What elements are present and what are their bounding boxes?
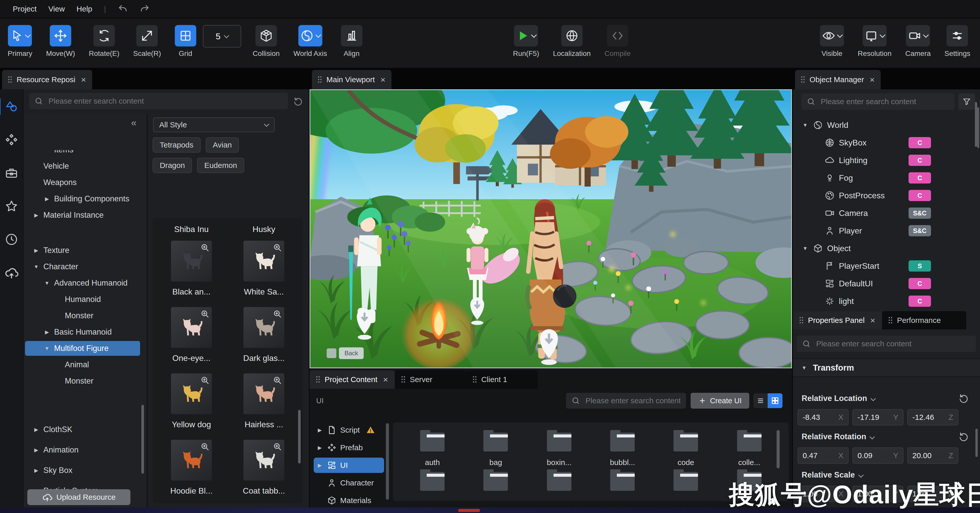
relative-rotation-label[interactable]: Relative Rotation — [802, 432, 874, 441]
expand-arrow-icon[interactable] — [800, 365, 808, 371]
folder-item[interactable]: boxin... — [528, 433, 591, 467]
object-manager-outer-scrollbar[interactable] — [977, 107, 979, 148]
zoom-icon[interactable] — [200, 442, 210, 451]
drag-grip-icon[interactable] — [318, 76, 322, 83]
tree-item[interactable]: Monster — [25, 374, 140, 389]
zoom-icon[interactable] — [200, 309, 210, 319]
properties-search-input[interactable] — [816, 339, 971, 348]
folder-item[interactable] — [528, 472, 591, 491]
cards-scrollbar[interactable] — [298, 410, 301, 464]
tree-item[interactable]: UI — [313, 457, 384, 473]
asset-thumbnail[interactable] — [243, 241, 284, 282]
properties-scrollbar[interactable] — [975, 429, 978, 457]
reset-icon[interactable] — [958, 393, 969, 403]
tree-item[interactable]: Script — [313, 422, 384, 438]
main-viewport[interactable]: Back — [310, 89, 792, 368]
toolbar-button[interactable]: Align — [341, 25, 363, 58]
toolbar-button[interactable]: Rotate(E) — [89, 25, 119, 58]
undo-icon[interactable] — [118, 4, 128, 14]
zoom-icon[interactable] — [200, 376, 210, 385]
folder-item[interactable]: code — [654, 433, 718, 467]
viewport-scene[interactable] — [310, 90, 791, 368]
asset-thumbnail[interactable] — [243, 373, 284, 414]
drag-grip-icon[interactable] — [401, 376, 405, 383]
style-chip[interactable]: Eudemon — [197, 158, 244, 173]
relative-location-label[interactable]: Relative Location — [802, 394, 875, 403]
toolbar-button[interactable]: Grid — [175, 25, 196, 58]
drag-grip-icon[interactable] — [801, 76, 805, 83]
toolbar-button[interactable]: Compile — [605, 25, 631, 58]
toolbar-button[interactable]: Collision — [253, 25, 280, 58]
expand-arrow-icon[interactable] — [802, 122, 809, 128]
toolbar-button[interactable]: World Axis — [293, 25, 327, 58]
drag-grip-icon[interactable] — [8, 76, 12, 83]
tree-item[interactable]: Vehicle — [25, 159, 140, 174]
object-tree-item[interactable]: PostProcess C — [795, 188, 976, 203]
object-tree-item[interactable]: Fog C — [795, 170, 976, 186]
tree-item[interactable]: Advanced Humanoid — [25, 276, 140, 290]
toolbar-button[interactable]: Primary — [8, 25, 32, 58]
folder-item[interactable] — [401, 472, 464, 491]
panel-tab[interactable]: Performance × — [882, 311, 966, 330]
tree-item[interactable]: Sky Box — [25, 463, 140, 478]
tree-item[interactable]: Humanoid — [25, 292, 140, 307]
asset-thumbnail[interactable] — [243, 307, 284, 348]
object-tree-item[interactable]: World — [795, 117, 976, 133]
folder-item[interactable] — [654, 472, 718, 491]
transform-field[interactable]: 0.47X — [797, 448, 849, 464]
expand-arrow-icon[interactable] — [316, 462, 323, 468]
asset-thumbnail[interactable] — [171, 440, 212, 481]
transform-field[interactable]: -12.46Z — [907, 409, 958, 425]
expand-arrow-icon[interactable] — [33, 467, 40, 473]
panel-tab[interactable]: Project Content × — [310, 370, 395, 389]
asset-thumbnail[interactable] — [171, 373, 212, 414]
expand-arrow-icon[interactable] — [33, 212, 40, 218]
tree-item[interactable]: Building Components — [25, 191, 140, 206]
search-reset-icon[interactable] — [293, 96, 303, 106]
resource-search[interactable] — [29, 93, 288, 109]
drag-grip-icon[interactable] — [473, 376, 477, 383]
resource-nav-icon[interactable] — [4, 133, 19, 147]
style-chip[interactable]: Tetrapods — [153, 137, 200, 153]
object-tree-item[interactable]: Object — [795, 241, 976, 256]
back-button[interactable]: Back — [339, 347, 364, 359]
tree-item[interactable]: Character — [313, 475, 384, 491]
style-filter-select[interactable]: All Style — [153, 117, 275, 132]
tab-resource-repository[interactable]: Resource Reposi× — [2, 70, 92, 89]
tree-item[interactable]: Basic Humanoid — [25, 325, 140, 339]
expand-arrow-icon[interactable] — [33, 264, 40, 270]
close-icon[interactable]: × — [870, 75, 875, 85]
object-tree-item[interactable]: SkyBox C — [795, 135, 976, 150]
tree-item[interactable]: Material Instance — [25, 208, 140, 223]
expand-arrow-icon[interactable] — [43, 346, 51, 351]
zoom-icon[interactable] — [272, 309, 282, 319]
tree-scrollbar[interactable] — [142, 405, 144, 474]
folder-item[interactable]: bubbl... — [591, 433, 654, 467]
style-chip[interactable]: Dragon — [153, 158, 192, 173]
folder-item[interactable]: colle... — [718, 433, 781, 467]
upload-resource-button[interactable]: Upload Resource — [27, 489, 130, 505]
close-icon[interactable]: × — [81, 75, 86, 85]
object-manager-search-input[interactable] — [820, 97, 950, 106]
panel-tab[interactable]: Properties Panel × — [793, 311, 882, 330]
properties-search[interactable] — [797, 336, 976, 352]
object-tree-item[interactable]: Player S&C — [795, 223, 976, 238]
project-content-search[interactable] — [566, 393, 686, 409]
asset-card[interactable]: Hairless ... — [236, 373, 292, 430]
zoom-icon[interactable] — [272, 243, 282, 252]
redo-icon[interactable] — [140, 4, 150, 14]
expand-arrow-icon[interactable] — [33, 427, 40, 433]
folder-item[interactable] — [591, 472, 654, 491]
expand-arrow-icon[interactable] — [33, 447, 40, 453]
toolbar-button[interactable]: Settings — [945, 25, 970, 58]
asset-thumbnail[interactable] — [243, 440, 284, 481]
grid-view-button[interactable] — [768, 393, 783, 408]
object-tree-item[interactable]: DefaultUI C — [795, 276, 976, 291]
style-chip[interactable]: Avian — [206, 137, 239, 153]
asset-card[interactable]: Coat tabb... — [236, 440, 292, 497]
expand-arrow-icon[interactable] — [43, 280, 51, 286]
folder-item[interactable] — [464, 472, 527, 491]
resource-nav-icon[interactable] — [4, 265, 19, 280]
drag-grip-icon[interactable] — [889, 317, 892, 323]
asset-thumbnail[interactable] — [171, 307, 212, 348]
